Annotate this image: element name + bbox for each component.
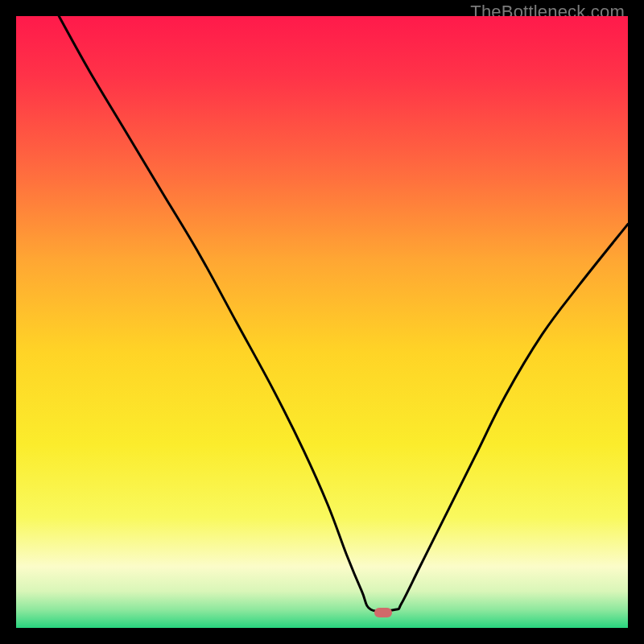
bottleneck-chart [16, 16, 628, 628]
ideal-match-marker [374, 608, 392, 617]
chart-frame [16, 16, 628, 628]
chart-background [16, 16, 628, 628]
